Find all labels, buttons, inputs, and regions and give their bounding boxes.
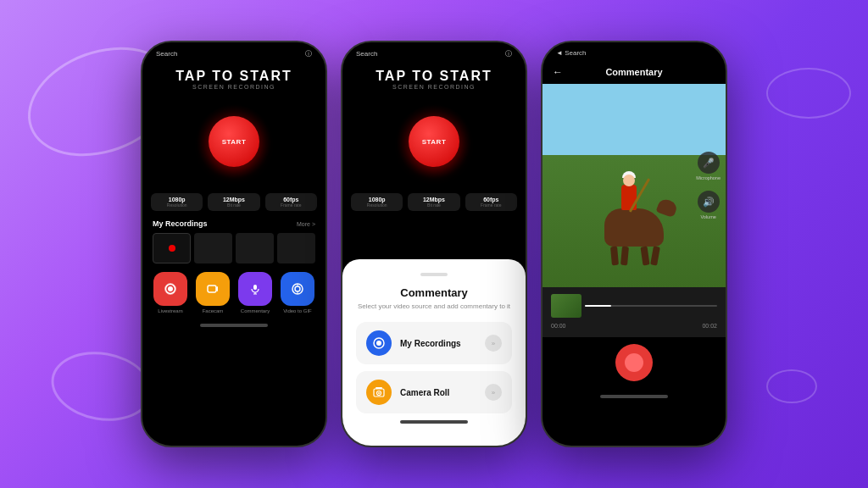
svg-rect-3 (208, 286, 216, 292)
gif-icon (281, 272, 314, 306)
tap-to-start-1: TAP TO START (142, 69, 326, 84)
bottom-buttons-1: Livestream Facecam (142, 263, 326, 320)
timeline-thumb-row (551, 294, 717, 318)
video-timeline: 00:00 00:02 (542, 287, 726, 337)
recording-thumb-2[interactable] (194, 233, 232, 263)
recording-thumb-3[interactable] (236, 233, 274, 263)
recordings-header-1: My Recordings More > (142, 211, 326, 233)
btn-commentary[interactable]: Commentary (238, 272, 272, 313)
rec-dot-1 (169, 245, 175, 252)
phone-2: Search ⓘ TAP TO START SCREEN RECORDING S… (341, 41, 527, 447)
record-btn-area (542, 337, 726, 391)
screen-recording-sub-2: SCREEN RECORDING (342, 84, 526, 90)
setting-fps-val-1: 60fps (272, 197, 310, 202)
start-btn-label-2: START (422, 138, 447, 146)
setting-fps-1[interactable]: 60fps Frame rate (265, 193, 317, 211)
sheet-option-recordings[interactable]: My Recordings » (356, 322, 512, 364)
status-search-2: Search (356, 50, 377, 58)
setting-bit-val-2: 12Mbps (415, 197, 453, 202)
start-btn-2[interactable]: START (409, 116, 459, 167)
svg-rect-15 (376, 387, 382, 389)
phone-1: Search ⓘ TAP TO START SCREEN RECORDING S… (141, 41, 327, 447)
btn-livestream[interactable]: Livestream (153, 272, 187, 313)
recordings-chevron: » (485, 335, 502, 352)
horse-leg3 (641, 247, 650, 266)
setting-fps-2[interactable]: 60fps Frame rate (465, 193, 517, 211)
recording-thumb-4[interactable] (277, 233, 315, 263)
setting-bit-val-1: 12Mbps (214, 197, 253, 202)
microphone-control[interactable]: 🎤 Microphone (696, 152, 721, 180)
recordings-row-1 (142, 233, 326, 263)
camera-roll-option-label: Camera Roll (400, 388, 485, 397)
back-button[interactable]: ← (553, 66, 563, 78)
status-search-1: Search (156, 50, 177, 58)
volume-label: Volume (700, 214, 715, 219)
btn-gif[interactable]: Video to GIF (281, 272, 314, 313)
horse-rider (604, 208, 664, 247)
commentary-sheet: Commentary Select your video source and … (342, 259, 526, 446)
record-button[interactable] (615, 344, 653, 381)
camera-roll-chevron: » (485, 384, 502, 401)
timeline-thumb-inner (551, 294, 581, 318)
time-start: 00:00 (551, 323, 566, 329)
bg-decoration-4 (766, 369, 817, 403)
sheet-handle (420, 273, 448, 276)
sheet-option-camera-roll[interactable]: Camera Roll » (356, 371, 512, 413)
time-labels: 00:00 00:02 (551, 321, 717, 330)
start-button-area-2: START (342, 103, 526, 180)
status-search-3: ◄ Search (556, 49, 587, 57)
record-button-inner (625, 353, 643, 372)
settings-row-1: 1080p Resolution 12Mbps Bit rate 60fps F… (151, 193, 317, 211)
setting-bitrate-1[interactable]: 12Mbps Bit rate (208, 193, 259, 211)
side-controls: 🎤 Microphone 🔊 Volume (696, 152, 721, 219)
horse-leg1 (610, 247, 619, 266)
start-btn-label-1: START (222, 138, 247, 146)
more-link-1[interactable]: More > (297, 221, 315, 227)
sheet-subtitle: Select your video source and add comment… (356, 302, 512, 310)
phone1-screen: Search ⓘ TAP TO START SCREEN RECORDING S… (142, 42, 326, 327)
timeline-track[interactable] (585, 305, 717, 307)
setting-res-sub-1: Resolution (158, 202, 196, 208)
setting-res-val-2: 1080p (358, 197, 396, 202)
phones-container: Search ⓘ TAP TO START SCREEN RECORDING S… (141, 41, 727, 447)
setting-fps-sub-2: Frame rate (472, 202, 510, 208)
tap-to-start-2: TAP TO START (342, 69, 526, 84)
polo-video: 🎤 Microphone 🔊 Volume (542, 84, 726, 287)
sheet-title: Commentary (356, 286, 512, 299)
start-glow-2: START (396, 103, 472, 180)
rider-head (623, 175, 635, 186)
home-indicator-1 (200, 324, 268, 327)
setting-resolution-2[interactable]: 1080p Resolution (351, 193, 403, 211)
svg-point-0 (168, 286, 173, 291)
status-icon-1: ⓘ (305, 49, 312, 58)
phone3-header: ← Commentary (542, 60, 726, 84)
livestream-label: Livestream (158, 308, 182, 313)
commentary-label: Commentary (241, 308, 270, 313)
btn-facecam[interactable]: Facecam (196, 272, 230, 313)
facecam-label: Facecam (203, 308, 224, 313)
recording-thumb-1[interactable] (153, 233, 191, 263)
setting-bit-sub-1: Bit rate (214, 202, 253, 208)
setting-fps-val-2: 60fps (472, 197, 510, 202)
livestream-icon (153, 272, 187, 306)
notch-2 (409, 42, 459, 53)
start-btn-1[interactable]: START (209, 116, 259, 167)
phone2-screen: Search ⓘ TAP TO START SCREEN RECORDING S… (342, 42, 526, 211)
my-recordings-title-1: My Recordings (153, 219, 208, 228)
camera-roll-option-icon (366, 380, 392, 405)
bg-decoration-3 (766, 68, 851, 119)
horse-leg2 (620, 247, 629, 266)
notch-1 (209, 42, 259, 53)
phone-3: ◄ Search ← Commentary (541, 41, 727, 447)
svg-rect-5 (253, 285, 257, 290)
volume-control[interactable]: 🔊 Volume (698, 191, 720, 219)
facecam-icon (196, 272, 230, 306)
setting-resolution-1[interactable]: 1080p Resolution (151, 193, 203, 211)
microphone-label: Microphone (696, 175, 721, 180)
phone3-screen: ◄ Search ← Commentary (542, 42, 726, 398)
horse-head (656, 197, 679, 218)
home-indicator-2 (400, 420, 468, 424)
setting-bitrate-2[interactable]: 12Mbps Bit rate (408, 193, 459, 211)
svg-point-8 (295, 286, 300, 291)
commentary-icon (238, 272, 272, 306)
